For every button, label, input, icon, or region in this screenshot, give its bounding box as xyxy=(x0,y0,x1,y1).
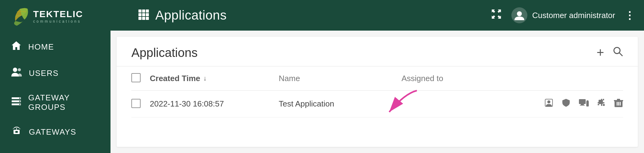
plugin-action-icon[interactable] xyxy=(597,98,607,110)
fullscreen-icon[interactable] xyxy=(491,8,502,22)
tektelic-logo: TEKTELIC communications xyxy=(9,4,92,26)
svg-rect-41 xyxy=(603,102,604,103)
table-col-check xyxy=(131,73,150,84)
svg-rect-10 xyxy=(146,17,149,20)
svg-point-27 xyxy=(614,47,620,54)
top-header: TEKTELIC communications Applications xyxy=(0,0,644,31)
svg-rect-38 xyxy=(603,99,604,100)
content-inner: Applications + xyxy=(117,37,638,147)
svg-point-12 xyxy=(13,68,17,72)
user-action-icon[interactable] xyxy=(544,98,554,110)
assigned-to-header: Assigned to xyxy=(402,74,443,83)
row-created-col: 2022-11-30 16:08:57 xyxy=(150,99,279,109)
svg-text:communications: communications xyxy=(33,19,81,24)
gateway-groups-icon xyxy=(11,96,21,109)
table-row: 2022-11-30 16:08:57 Test Application xyxy=(131,91,623,118)
user-avatar-icon xyxy=(511,7,527,23)
header-checkbox[interactable] xyxy=(131,73,141,82)
svg-rect-9 xyxy=(142,17,145,20)
svg-line-28 xyxy=(619,53,623,56)
svg-rect-32 xyxy=(581,104,584,105)
created-time-value: 2022-11-30 16:08:57 xyxy=(150,99,224,108)
delete-action-icon[interactable] xyxy=(614,98,623,110)
svg-rect-17 xyxy=(19,98,20,99)
svg-rect-19 xyxy=(19,104,20,105)
header-center: Applications xyxy=(120,8,491,23)
svg-rect-34 xyxy=(586,101,589,106)
users-icon xyxy=(11,67,22,80)
header-title: Applications xyxy=(155,8,227,23)
svg-rect-36 xyxy=(599,100,603,104)
gateways-icon xyxy=(11,125,22,138)
svg-rect-7 xyxy=(146,13,149,16)
sidebar-device-models-label: DEVICE MODELS xyxy=(28,152,99,153)
sidebar-item-home[interactable]: HOME xyxy=(0,34,111,60)
svg-rect-39 xyxy=(598,102,599,103)
sidebar-item-gateways[interactable]: GATEWAYS xyxy=(0,119,111,145)
svg-rect-3 xyxy=(142,9,145,13)
svg-rect-5 xyxy=(138,13,142,16)
more-vert-icon[interactable]: ⋮ xyxy=(624,9,635,21)
name-header: Name xyxy=(279,74,300,83)
svg-rect-4 xyxy=(146,9,149,13)
shield-action-icon[interactable] xyxy=(561,98,571,110)
svg-rect-6 xyxy=(142,13,145,16)
svg-rect-50 xyxy=(620,102,621,106)
sidebar-gateway-groups-label: GATEWAY GROUPS xyxy=(28,93,99,112)
add-button[interactable]: + xyxy=(596,45,604,60)
row-name-col: Test Application xyxy=(279,99,402,109)
svg-rect-18 xyxy=(19,101,20,102)
svg-rect-43 xyxy=(601,104,602,106)
table-header-row: Created Time ↓ Name Assigned to xyxy=(131,66,623,91)
content-panel: Applications + xyxy=(111,31,644,153)
table-col-created-header: Created Time ↓ xyxy=(150,74,279,83)
table-col-name-header: Name xyxy=(279,74,402,83)
svg-rect-31 xyxy=(579,99,586,104)
logo-area: TEKTELIC communications xyxy=(9,4,120,26)
svg-rect-21 xyxy=(15,131,18,133)
content-header: Applications + xyxy=(117,37,638,66)
svg-rect-35 xyxy=(587,100,588,101)
svg-point-30 xyxy=(547,100,550,103)
search-button[interactable] xyxy=(613,46,623,59)
sidebar-users-label: USERS xyxy=(29,69,59,78)
svg-rect-48 xyxy=(617,102,618,106)
svg-rect-49 xyxy=(618,102,619,106)
page-title: Applications xyxy=(131,46,198,60)
app-name-value: Test Application xyxy=(279,99,334,108)
svg-point-11 xyxy=(517,11,522,16)
home-icon xyxy=(11,40,21,53)
row-check-col xyxy=(131,99,150,109)
svg-point-13 xyxy=(18,68,21,71)
sidebar-item-users[interactable]: USERS xyxy=(0,60,111,86)
created-time-header: Created Time xyxy=(150,74,200,83)
table-col-assigned-header: Assigned to xyxy=(402,74,623,83)
grid-icon xyxy=(138,9,149,22)
user-area: Customer administrator xyxy=(511,7,615,23)
sidebar: HOME USERS xyxy=(0,31,111,153)
user-name: Customer administrator xyxy=(532,11,615,20)
sidebar-gateways-label: GATEWAYS xyxy=(29,127,76,137)
svg-rect-33 xyxy=(580,105,585,106)
table-container: Created Time ↓ Name Assigned to xyxy=(117,66,638,118)
sidebar-home-label: HOME xyxy=(28,42,54,52)
main-area: HOME USERS xyxy=(0,31,644,153)
svg-rect-37 xyxy=(601,99,602,100)
header-right: Customer administrator ⋮ xyxy=(491,7,635,23)
svg-rect-44 xyxy=(603,104,605,106)
svg-rect-2 xyxy=(138,9,142,13)
svg-text:TEKTELIC: TEKTELIC xyxy=(33,9,83,19)
svg-rect-40 xyxy=(598,104,599,105)
device-action-icon[interactable] xyxy=(578,98,589,110)
svg-rect-8 xyxy=(138,17,142,20)
sidebar-item-device-models[interactable]: DEVICE MODELS xyxy=(0,145,111,153)
sort-down-icon[interactable]: ↓ xyxy=(203,74,207,82)
content-actions: + xyxy=(596,45,623,60)
sidebar-item-gateway-groups[interactable]: GATEWAY GROUPS xyxy=(0,86,111,119)
row-checkbox[interactable] xyxy=(131,99,141,108)
row-actions xyxy=(544,98,623,110)
svg-rect-47 xyxy=(614,100,623,101)
